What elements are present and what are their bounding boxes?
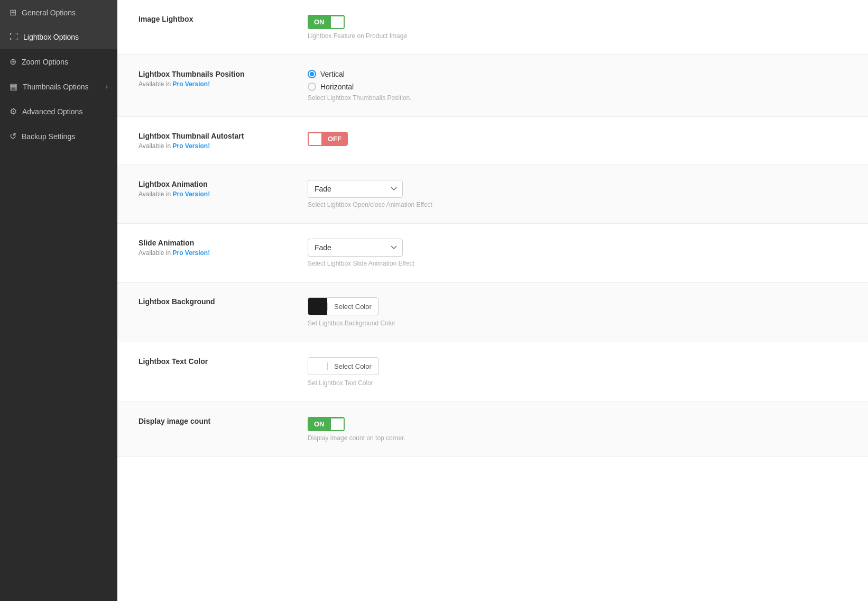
setting-title-lightbox-thumbnail-autostart: Lightbox Thumbnail Autostart <box>138 132 308 140</box>
toggle-display-image-count[interactable]: ON <box>308 417 345 431</box>
setting-sublabel-lightbox-thumbnail-autostart: Available in Pro Version! <box>138 142 308 150</box>
setting-row-display-image-count: Display image count ON Display image cou… <box>117 402 868 457</box>
setting-description-lightbox-animation: Select Lightbox Open/close Animation Eff… <box>308 201 847 208</box>
toggle-label-lightbox-thumbnail-autostart: OFF <box>322 133 347 145</box>
radio-option-lightbox-thumbnails-position-horizontal[interactable]: Horizontal <box>308 83 847 91</box>
setting-description-display-image-count: Display image count on top corner. <box>308 434 847 442</box>
setting-sublabel-slide-animation: Available in Pro Version! <box>138 249 308 257</box>
sidebar-label-advanced-options: Advanced Options <box>22 107 82 116</box>
sidebar: ⊞ General Options ⛶ Lightbox Options ⊕ Z… <box>0 0 117 601</box>
sidebar-icon-backup-settings: ↺ <box>10 131 16 141</box>
setting-label-lightbox-text-color: Lightbox Text Color <box>138 357 308 368</box>
setting-sublabel-lightbox-animation: Available in Pro Version! <box>138 190 308 198</box>
setting-label-lightbox-background: Lightbox Background <box>138 297 308 308</box>
sidebar-icon-thumbnails-options: ▦ <box>10 81 17 92</box>
setting-control-slide-animation: FadeSlideZoomNoneSelect Lightbox Slide A… <box>308 239 847 267</box>
select-lightbox-animation[interactable]: FadeSlideZoomNone <box>308 180 403 198</box>
setting-title-lightbox-text-color: Lightbox Text Color <box>138 357 308 366</box>
sidebar-label-lightbox-options: Lightbox Options <box>23 33 79 41</box>
sidebar-icon-general-options: ⊞ <box>10 7 16 17</box>
toggle-handle-display-image-count <box>330 417 345 431</box>
sidebar-item-zoom-options[interactable]: ⊕ Zoom Options <box>0 49 117 74</box>
setting-control-lightbox-thumbnails-position: Vertical Horizontal Select Lightbox Thum… <box>308 70 847 102</box>
select-slide-animation[interactable]: FadeSlideZoomNone <box>308 239 403 257</box>
setting-label-lightbox-animation: Lightbox AnimationAvailable in Pro Versi… <box>138 180 308 198</box>
setting-title-lightbox-thumbnails-position: Lightbox Thumbnails Position <box>138 70 308 78</box>
sidebar-icon-zoom-options: ⊕ <box>10 57 16 67</box>
setting-description-lightbox-thumbnails-position: Select Lightbox Thumbnails Position. <box>308 94 847 102</box>
radio-group-lightbox-thumbnails-position: Vertical Horizontal <box>308 70 847 91</box>
color-btn-lightbox-text-color[interactable]: Select Color <box>308 357 378 375</box>
setting-label-lightbox-thumbnails-position: Lightbox Thumbnails PositionAvailable in… <box>138 70 308 88</box>
setting-row-lightbox-background: Lightbox Background Select Color Set Lig… <box>117 283 868 342</box>
setting-row-lightbox-thumbnails-position: Lightbox Thumbnails PositionAvailable in… <box>117 55 868 117</box>
setting-label-lightbox-thumbnail-autostart: Lightbox Thumbnail AutostartAvailable in… <box>138 132 308 150</box>
setting-description-image-lightbox: Lightbox Feature on Product Image <box>308 32 847 40</box>
sidebar-arrow-thumbnails-options: › <box>106 83 108 90</box>
color-swatch-lightbox-background <box>308 298 327 315</box>
setting-control-image-lightbox: ON Lightbox Feature on Product Image <box>308 15 847 40</box>
pro-link-lightbox-thumbnail-autostart[interactable]: Pro Version! <box>173 142 210 150</box>
sidebar-label-backup-settings: Backup Settings <box>22 132 75 141</box>
setting-description-lightbox-text-color: Set Lightbox Text Color <box>308 379 847 387</box>
setting-description-lightbox-background: Set Lightbox Background Color <box>308 320 847 327</box>
toggle-lightbox-thumbnail-autostart[interactable]: OFF <box>308 132 348 146</box>
setting-control-lightbox-text-color: Select Color Set Lightbox Text Color <box>308 357 847 387</box>
toggle-handle-lightbox-thumbnail-autostart <box>308 132 322 146</box>
setting-description-slide-animation: Select Lightbox Slide Animation Effect <box>308 260 847 267</box>
setting-label-display-image-count: Display image count <box>138 417 308 427</box>
radio-label-vertical: Vertical <box>320 70 345 78</box>
setting-label-image-lightbox: Image Lightbox <box>138 15 308 25</box>
setting-control-lightbox-background: Select Color Set Lightbox Background Col… <box>308 297 847 327</box>
radio-label-horizontal: Horizontal <box>320 83 354 91</box>
radio-circle-horizontal <box>308 83 316 91</box>
setting-row-image-lightbox: Image Lightbox ON Lightbox Feature on Pr… <box>117 0 868 55</box>
sidebar-item-advanced-options[interactable]: ⚙ Advanced Options <box>0 99 117 124</box>
radio-circle-vertical <box>308 70 316 78</box>
sidebar-label-general-options: General Options <box>22 8 76 17</box>
pro-link-lightbox-animation[interactable]: Pro Version! <box>173 190 210 198</box>
main-content: Image Lightbox ON Lightbox Feature on Pr… <box>117 0 868 601</box>
setting-row-lightbox-animation: Lightbox AnimationAvailable in Pro Versi… <box>117 165 868 224</box>
setting-title-slide-animation: Slide Animation <box>138 239 308 247</box>
color-btn-label-lightbox-text-color: Select Color <box>327 362 378 370</box>
color-btn-label-lightbox-background: Select Color <box>327 303 378 311</box>
toggle-label-image-lightbox: ON <box>309 16 330 28</box>
color-swatch-lightbox-text-color <box>308 358 327 375</box>
setting-control-lightbox-animation: FadeSlideZoomNoneSelect Lightbox Open/cl… <box>308 180 847 208</box>
toggle-image-lightbox[interactable]: ON <box>308 15 345 29</box>
toggle-handle-image-lightbox <box>330 15 345 29</box>
setting-row-lightbox-text-color: Lightbox Text Color Select Color Set Lig… <box>117 342 868 402</box>
sidebar-item-lightbox-options[interactable]: ⛶ Lightbox Options <box>0 25 117 49</box>
sidebar-icon-advanced-options: ⚙ <box>10 106 17 116</box>
radio-option-lightbox-thumbnails-position-vertical[interactable]: Vertical <box>308 70 847 78</box>
toggle-label-display-image-count: ON <box>309 418 330 430</box>
setting-label-slide-animation: Slide AnimationAvailable in Pro Version! <box>138 239 308 257</box>
color-btn-lightbox-background[interactable]: Select Color <box>308 297 378 315</box>
setting-control-display-image-count: ON Display image count on top corner. <box>308 417 847 442</box>
setting-title-lightbox-background: Lightbox Background <box>138 297 308 306</box>
sidebar-icon-lightbox-options: ⛶ <box>10 32 18 42</box>
setting-title-image-lightbox: Image Lightbox <box>138 15 308 23</box>
pro-link-lightbox-thumbnails-position[interactable]: Pro Version! <box>173 80 210 88</box>
sidebar-item-thumbnails-options[interactable]: ▦ Thumbnails Options › <box>0 74 117 99</box>
sidebar-item-backup-settings[interactable]: ↺ Backup Settings <box>0 124 117 149</box>
sidebar-label-zoom-options: Zoom Options <box>22 58 68 66</box>
setting-title-lightbox-animation: Lightbox Animation <box>138 180 308 188</box>
sidebar-item-general-options[interactable]: ⊞ General Options <box>0 0 117 25</box>
setting-sublabel-lightbox-thumbnails-position: Available in Pro Version! <box>138 80 308 88</box>
setting-row-slide-animation: Slide AnimationAvailable in Pro Version!… <box>117 224 868 283</box>
pro-link-slide-animation[interactable]: Pro Version! <box>173 249 210 257</box>
setting-control-lightbox-thumbnail-autostart: OFF <box>308 132 847 148</box>
setting-row-lightbox-thumbnail-autostart: Lightbox Thumbnail AutostartAvailable in… <box>117 117 868 165</box>
setting-title-display-image-count: Display image count <box>138 417 308 425</box>
sidebar-label-thumbnails-options: Thumbnails Options <box>23 83 89 91</box>
